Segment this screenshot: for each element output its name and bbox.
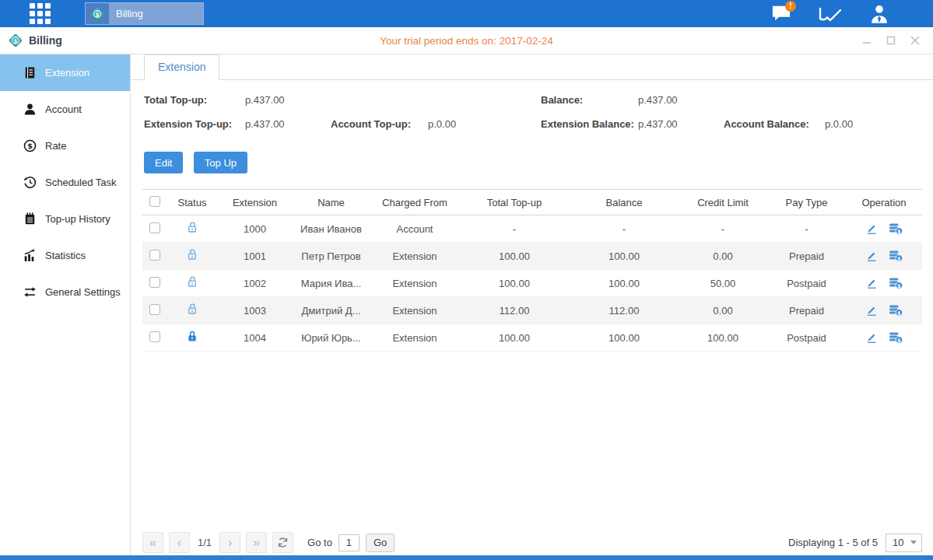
refresh-icon[interactable] — [272, 532, 293, 553]
go-button[interactable]: Go — [366, 534, 395, 552]
topup-row-icon[interactable]: $ — [889, 250, 903, 262]
maximize-icon[interactable] — [884, 33, 898, 47]
status-unlocked-icon — [186, 221, 198, 234]
col-charged-from[interactable]: Charged From — [370, 190, 459, 215]
user-account-icon[interactable] — [866, 3, 893, 25]
sidebar-item-rate[interactable]: $Rate — [0, 128, 130, 164]
topup-row-icon[interactable]: $ — [889, 331, 903, 344]
minimize-icon[interactable] — [860, 33, 874, 47]
tab-extension[interactable]: Extension — [144, 54, 219, 80]
balance-label: Balance: — [541, 94, 583, 106]
topup-history-icon — [23, 212, 37, 226]
sidebar-item-scheduled-task[interactable]: Scheduled Task — [0, 164, 130, 201]
table-row: 1003Дмитрий Д...Extension112.00112.000.0… — [142, 297, 922, 324]
topup-row-icon[interactable]: $ — [889, 304, 903, 317]
cell-charged-from: Extension — [370, 243, 459, 270]
cell-charged-from: Account — [370, 215, 459, 243]
row-checkbox[interactable] — [149, 250, 160, 261]
cell-balance: 100.00 — [570, 324, 679, 352]
total-topup-label: Total Top-up: — [144, 94, 207, 106]
tab-bar: Extension — [131, 54, 933, 80]
topup-row-icon[interactable]: $ — [889, 222, 903, 235]
cell-charged-from: Extension — [370, 270, 459, 297]
col-credit-limit[interactable]: Credit Limit — [679, 190, 767, 215]
table-row: 1002Мария Ива...Extension100.00100.0050.… — [142, 270, 922, 297]
close-icon[interactable] — [908, 33, 922, 47]
edit-row-icon[interactable] — [865, 250, 878, 262]
extension-balance-value: p.437.00 — [638, 118, 678, 130]
window-bottom-edge — [0, 555, 933, 560]
extensions-table: Status Extension Name Charged From Total… — [142, 189, 922, 352]
table-row: 1000Иван ИвановAccount----$ — [142, 215, 922, 243]
trial-notice: Your trial period ends on: 2017-02-24 — [0, 35, 933, 47]
total-topup-value: p.437.00 — [245, 94, 285, 106]
svg-text:$: $ — [897, 256, 901, 262]
table-row: 1004Юрий Юрь...Extension100.00100.00100.… — [142, 324, 922, 352]
sidebar-item-general-settings[interactable]: General Settings — [0, 274, 130, 310]
col-operation[interactable]: Operation — [846, 190, 922, 215]
sidebar-item-label: Account — [45, 103, 82, 115]
select-all-checkbox[interactable] — [149, 196, 160, 207]
cell-name: Мария Ива... — [292, 270, 370, 297]
balance-value: p.437.00 — [638, 94, 678, 106]
goto-page-input[interactable] — [338, 534, 360, 551]
cell-pay-type: Prepaid — [767, 243, 846, 270]
edit-button[interactable]: Edit — [144, 152, 183, 173]
taskbar-billing-tab[interactable]: $ Billing — [85, 2, 204, 25]
edit-row-icon[interactable] — [865, 222, 878, 235]
svg-text:$: $ — [897, 283, 901, 289]
row-checkbox[interactable] — [149, 277, 160, 288]
edit-row-icon[interactable] — [865, 304, 878, 317]
sidebar-item-label: Extension — [45, 67, 89, 79]
account-topup-label: Account Top-up: — [331, 118, 411, 130]
statistics-chart-icon[interactable] — [817, 3, 844, 25]
edit-row-icon[interactable] — [865, 331, 878, 344]
col-name[interactable]: Name — [292, 190, 370, 215]
last-page-icon[interactable]: » — [246, 532, 267, 553]
col-pay-type[interactable]: Pay Type — [767, 190, 846, 215]
edit-row-icon[interactable] — [865, 277, 878, 289]
col-balance[interactable]: Balance — [570, 190, 679, 215]
row-checkbox[interactable] — [149, 331, 160, 342]
notifications-icon[interactable]: ! — [768, 3, 794, 25]
status-unlocked-icon — [186, 248, 198, 261]
prev-page-icon[interactable]: ‹ — [169, 532, 190, 553]
sidebar-item-top-up-history[interactable]: Top-up History — [0, 201, 130, 237]
topup-row-icon[interactable]: $ — [889, 277, 903, 289]
cell-pay-type: Prepaid — [767, 297, 846, 324]
svg-text:$: $ — [95, 10, 99, 17]
col-total-topup[interactable]: Total Top-up — [459, 190, 570, 215]
extension-topup-value: p.437.00 — [245, 118, 285, 130]
goto-label: Go to — [307, 537, 332, 548]
first-page-icon[interactable]: « — [142, 532, 163, 553]
extension-icon — [23, 66, 37, 79]
cell-credit-limit: 100.00 — [679, 324, 767, 352]
svg-text:$: $ — [897, 338, 901, 344]
chevron-down-icon — [910, 541, 917, 544]
next-page-icon[interactable]: › — [219, 532, 240, 553]
account-balance-label: Account Balance: — [724, 118, 809, 130]
col-status[interactable]: Status — [167, 190, 218, 215]
sidebar-item-extension[interactable]: Extension — [0, 54, 130, 91]
status-unlocked-icon — [186, 275, 198, 289]
sidebar: ExtensionAccount$RateScheduled TaskTop-u… — [0, 54, 131, 560]
sidebar-item-account[interactable]: Account — [0, 91, 130, 128]
app-grid-icon[interactable] — [30, 3, 51, 24]
svg-text:$: $ — [27, 142, 33, 150]
page-size-value: 10 — [893, 537, 903, 548]
cell-name: Иван Иванов — [292, 215, 370, 243]
extension-topup-label: Extension Top-up: — [144, 118, 232, 130]
sidebar-item-statistics[interactable]: Statistics — [0, 237, 130, 274]
page-indicator: 1/1 — [198, 537, 212, 548]
page-size-select[interactable]: 10 — [886, 534, 922, 552]
row-checkbox[interactable] — [149, 304, 160, 315]
cell-pay-type: Postpaid — [767, 324, 846, 352]
cell-total-topup: 100.00 — [459, 243, 570, 270]
cell-total-topup: 100.00 — [459, 324, 570, 352]
col-extension[interactable]: Extension — [218, 190, 292, 215]
topup-button[interactable]: Top Up — [194, 152, 247, 173]
cell-charged-from: Extension — [370, 297, 459, 324]
main-content: Extension Total Top-up: p.437.00 Balance… — [131, 54, 933, 560]
rate-icon: $ — [23, 139, 37, 152]
row-checkbox[interactable] — [149, 222, 160, 233]
